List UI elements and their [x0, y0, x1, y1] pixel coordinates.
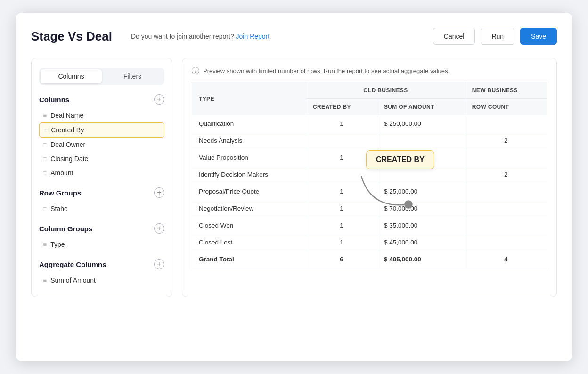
row-count-subheader: ROW COUNT [465, 99, 547, 115]
drag-handle-icon: ≡ [43, 241, 47, 248]
created-by-cell [306, 132, 377, 149]
table-row: Grand Total 6 $ 495,000.00 4 [192, 251, 547, 268]
sum-of-amount-cell: $ 495,000.00 [377, 251, 465, 268]
table-group-header-row: TYPE OLD BUSINESS NEW BUSINESS [192, 82, 547, 99]
info-icon: i [192, 67, 199, 74]
stage-cell: Closed Won [192, 217, 306, 234]
cancel-button[interactable]: Cancel [433, 28, 475, 45]
list-item[interactable]: ≡ Type [39, 237, 164, 252]
join-report-link[interactable]: Join Report [236, 33, 270, 40]
table-row: Negotiation/Review 1 $ 70,000.00 [192, 200, 547, 217]
preview-notice: i Preview shown with limited number of r… [192, 67, 547, 74]
columns-list: ≡ Deal Name ≡ Created By ≡ Deal Owner ≡ … [39, 108, 164, 180]
type-header: TYPE [192, 82, 306, 115]
created-by-cell: 6 [306, 251, 377, 268]
column-label: Amount [50, 169, 73, 177]
body: Columns Filters Columns + ≡ Deal Name ≡ … [31, 58, 557, 297]
table-row: Closed Won 1 $ 35,000.00 [192, 217, 547, 234]
row-count-cell [465, 183, 547, 200]
column-label: Closing Date [50, 155, 88, 163]
created-by-cell: 1 [306, 217, 377, 234]
page-title: Stage Vs Deal [31, 29, 112, 44]
sum-of-amount-cell: $ 35,000.00 [377, 217, 465, 234]
stage-cell: Grand Total [192, 251, 306, 268]
tab-columns[interactable]: Columns [41, 69, 102, 83]
tab-filters[interactable]: Filters [102, 69, 163, 83]
row-count-cell [465, 200, 547, 217]
row-count-cell: 2 [465, 132, 547, 149]
column-label: Deal Name [50, 112, 83, 119]
list-item[interactable]: ≡ Deal Name [39, 108, 164, 122]
sum-of-amount-subheader: SUM OF AMOUNT [377, 99, 465, 115]
stage-cell: Negotiation/Review [192, 200, 306, 217]
row-groups-section-header: Row Groups + [39, 187, 164, 198]
add-column-group-button[interactable]: + [154, 223, 164, 234]
aggregate-label: Sum of Amount [50, 276, 96, 284]
drag-handle-icon: ≡ [43, 276, 47, 284]
drag-handle-icon: ≡ [43, 169, 47, 177]
column-groups-section-title: Column Groups [39, 225, 92, 233]
column-groups-list: ≡ Type [39, 237, 164, 252]
left-panel: Columns Filters Columns + ≡ Deal Name ≡ … [31, 58, 172, 297]
main-modal: Stage Vs Deal Do you want to join anothe… [16, 13, 572, 361]
new-business-header: NEW BUSINESS [465, 82, 547, 99]
join-report-prompt: Do you want to join another report? Join… [131, 33, 433, 40]
list-item[interactable]: ≡ Deal Owner [39, 138, 164, 152]
row-count-cell: 2 [465, 166, 547, 183]
columns-section-header: Columns + [39, 94, 164, 105]
add-column-button[interactable]: + [154, 94, 164, 105]
drag-handle-icon: ≡ [43, 205, 47, 212]
list-item[interactable]: ≡ Sum of Amount [39, 273, 164, 287]
row-group-label: Stahe [50, 205, 68, 212]
row-groups-list: ≡ Stahe [39, 202, 164, 216]
table-row: Needs Analysis 2 [192, 132, 547, 149]
add-row-group-button[interactable]: + [154, 187, 164, 198]
column-label: Created By [51, 126, 84, 134]
aggregate-columns-section-title: Aggregate Columns [39, 260, 106, 268]
drag-handle-icon: ≡ [43, 126, 47, 134]
row-count-cell [465, 115, 547, 132]
list-item[interactable]: ≡ Amount [39, 166, 164, 180]
stage-cell: Identify Decision Makers [192, 166, 306, 183]
table-row: Closed Lost 1 $ 45,000.00 [192, 234, 547, 251]
created-by-cell: 1 [306, 183, 377, 200]
stage-cell: Qualification [192, 115, 306, 132]
column-group-label: Type [50, 241, 65, 248]
row-groups-section-title: Row Groups [39, 189, 81, 197]
created-by-cell: 1 [306, 234, 377, 251]
list-item[interactable]: ≡ Created By [39, 122, 164, 138]
aggregate-list: ≡ Sum of Amount [39, 273, 164, 287]
created-by-cell: 1 [306, 115, 377, 132]
tab-row: Columns Filters [39, 68, 164, 85]
columns-section-title: Columns [39, 96, 69, 104]
created-by-cell [306, 166, 377, 183]
run-button[interactable]: Run [481, 28, 514, 45]
save-button[interactable]: Save [520, 28, 557, 45]
row-count-cell: 4 [465, 251, 547, 268]
header-buttons: Cancel Run Save [433, 28, 557, 45]
aggregate-columns-section-header: Aggregate Columns + [39, 259, 164, 269]
right-panel: i Preview shown with limited number of r… [182, 58, 557, 297]
list-item[interactable]: ≡ Stahe [39, 202, 164, 216]
stage-cell: Proposal/Price Quote [192, 183, 306, 200]
sum-of-amount-cell [377, 132, 465, 149]
tooltip-bubble: CREATED BY [366, 150, 434, 169]
sum-of-amount-cell: $ 25,000.00 [377, 183, 465, 200]
row-count-cell [465, 217, 547, 234]
column-groups-section-header: Column Groups + [39, 223, 164, 234]
row-count-cell [465, 149, 547, 166]
drag-handle-icon: ≡ [43, 155, 47, 163]
stage-cell: Value Proposition [192, 149, 306, 166]
add-aggregate-button[interactable]: + [154, 259, 164, 269]
sum-of-amount-cell: $ 250,000.00 [377, 115, 465, 132]
drag-handle-icon: ≡ [43, 141, 47, 148]
drag-handle-icon: ≡ [43, 112, 47, 119]
sum-of-amount-cell: $ 70,000.00 [377, 200, 465, 217]
stage-cell: Needs Analysis [192, 132, 306, 149]
created-by-subheader: CREATED BY [306, 99, 377, 115]
header: Stage Vs Deal Do you want to join anothe… [31, 28, 557, 45]
old-business-header: OLD BUSINESS [306, 82, 466, 99]
table-row: Qualification 1 $ 250,000.00 [192, 115, 547, 132]
list-item[interactable]: ≡ Closing Date [39, 152, 164, 166]
row-count-cell [465, 234, 547, 251]
